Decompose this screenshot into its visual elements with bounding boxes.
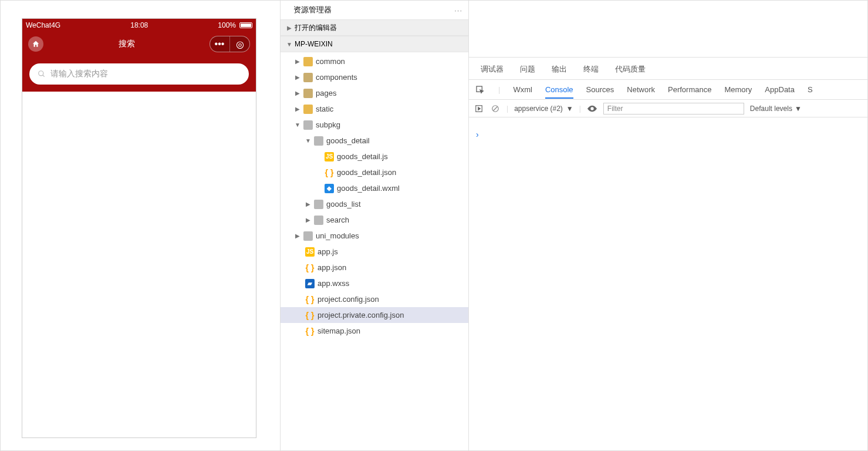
project-root-label: MP-WEIXIN bbox=[295, 40, 333, 48]
devtools-tabs-cn: 调试器问题输出终端代码质量 bbox=[469, 58, 867, 80]
file-label: goods_detail bbox=[326, 136, 370, 145]
file-label: project.config.json bbox=[318, 295, 379, 304]
project-root-section[interactable]: ▼ MP-WEIXIN bbox=[281, 36, 468, 52]
file-project-config-json[interactable]: { }project.config.json bbox=[281, 291, 468, 307]
chevron-down-icon: ▼ bbox=[566, 105, 573, 113]
folder-goods_list[interactable]: ▶goods_list bbox=[281, 196, 468, 212]
folder-icon bbox=[303, 105, 313, 114]
tab-代码质量[interactable]: 代码质量 bbox=[615, 64, 646, 79]
levels-label: Default levels bbox=[750, 105, 792, 113]
devtools-panel: 调试器问题输出终端代码质量 | WxmlConsoleSourcesNetwor… bbox=[469, 57, 867, 450]
file-label: components bbox=[316, 73, 357, 82]
chevron-down-icon: ▼ bbox=[286, 41, 292, 48]
file-label: search bbox=[326, 216, 349, 224]
console-toolbar: | appservice (#2) ▼ | Filter Default lev… bbox=[469, 100, 867, 117]
folder-icon bbox=[303, 231, 313, 241]
explorer-title: 资源管理器 bbox=[293, 5, 332, 15]
folder-subpkg[interactable]: ▼subpkg bbox=[281, 117, 468, 133]
tab-wxml[interactable]: Wxml bbox=[513, 85, 532, 94]
chevron-right-icon: ▶ bbox=[305, 217, 311, 223]
file-project-private-config-json[interactable]: { }project.private.config.json bbox=[281, 307, 468, 323]
file-sitemap-json[interactable]: { }sitemap.json bbox=[281, 323, 468, 339]
tab-sources[interactable]: Sources bbox=[586, 85, 614, 94]
log-levels-selector[interactable]: Default levels ▼ bbox=[750, 105, 802, 113]
svg-line-1 bbox=[43, 75, 45, 77]
search-placeholder: 请输入搜索内容 bbox=[50, 69, 108, 79]
capsule-close-icon[interactable]: ◎ bbox=[231, 36, 249, 52]
chevron-down-icon: ▼ bbox=[295, 122, 300, 128]
battery-icon bbox=[239, 22, 252, 28]
capsule-button: ••• ◎ bbox=[210, 36, 250, 52]
folder-goods_detail[interactable]: ▼goods_detail bbox=[281, 133, 468, 149]
folder-icon bbox=[303, 57, 313, 66]
chevron-down-icon: ▼ bbox=[305, 137, 311, 144]
filter-input[interactable]: Filter bbox=[603, 103, 744, 115]
file-label: goods_detail.js bbox=[337, 152, 388, 161]
tab-memory[interactable]: Memory bbox=[724, 85, 752, 94]
page-title: 搜索 bbox=[43, 39, 210, 49]
folder-uni_modules[interactable]: ▶uni_modules bbox=[281, 228, 468, 244]
tab-console[interactable]: Console bbox=[545, 85, 573, 99]
tab-问题[interactable]: 问题 bbox=[520, 64, 535, 79]
eye-icon[interactable] bbox=[587, 103, 597, 114]
explorer-header: 资源管理器 ··· bbox=[281, 1, 468, 19]
tab-performance[interactable]: Performance bbox=[668, 85, 711, 94]
file-label: uni_modules bbox=[316, 231, 359, 240]
folder-icon bbox=[303, 73, 313, 82]
carrier-label: WeChat4G bbox=[26, 21, 60, 29]
context-label: appservice (#2) bbox=[514, 105, 563, 113]
tab-network[interactable]: Network bbox=[627, 85, 655, 94]
clear-icon[interactable] bbox=[490, 103, 501, 114]
console-output[interactable]: › bbox=[469, 117, 867, 450]
chevron-right-icon: ▶ bbox=[295, 74, 300, 80]
capsule-menu-icon[interactable]: ••• bbox=[210, 36, 229, 52]
inspect-icon[interactable] bbox=[475, 85, 485, 95]
file-app-wxss[interactable]: ▰app.wxss bbox=[281, 275, 468, 291]
file-goods_detail-wxml[interactable]: ◆goods_detail.wxml bbox=[281, 180, 468, 196]
tab-s[interactable]: S bbox=[808, 85, 813, 94]
explorer-more-icon[interactable]: ··· bbox=[454, 6, 462, 15]
file-label: goods_detail.wxml bbox=[337, 184, 400, 193]
tab-终端[interactable]: 终端 bbox=[583, 64, 599, 79]
chevron-right-icon: ▶ bbox=[286, 25, 292, 31]
tab-调试器[interactable]: 调试器 bbox=[481, 64, 504, 79]
file-label: app.json bbox=[318, 263, 346, 272]
file-label: subpkg bbox=[316, 120, 340, 129]
file-app-json[interactable]: { }app.json bbox=[281, 260, 468, 275]
clock-label: 18:08 bbox=[64, 21, 214, 29]
folder-components[interactable]: ▶components bbox=[281, 69, 468, 85]
search-icon bbox=[38, 70, 46, 78]
chevron-right-icon: ▶ bbox=[295, 58, 300, 65]
home-icon[interactable] bbox=[28, 36, 43, 52]
folder-static[interactable]: ▶static bbox=[281, 101, 468, 117]
file-goods_detail-js[interactable]: JSgoods_detail.js bbox=[281, 149, 468, 164]
folder-icon bbox=[314, 136, 323, 146]
tab-输出[interactable]: 输出 bbox=[552, 64, 567, 79]
search-input[interactable]: 请输入搜索内容 bbox=[29, 63, 249, 85]
search-bar: 请输入搜索内容 bbox=[22, 56, 256, 92]
battery-label: 100% bbox=[218, 21, 236, 29]
play-icon[interactable] bbox=[474, 103, 484, 114]
simulator-panel: WeChat4G 18:08 100% 搜索 ••• ◎ 请输 bbox=[1, 1, 280, 450]
file-app-js[interactable]: JSapp.js bbox=[281, 244, 468, 260]
file-label: pages bbox=[316, 89, 336, 97]
file-label: static bbox=[316, 105, 333, 113]
chevron-right-icon: ▶ bbox=[295, 106, 300, 112]
open-editors-label: 打开的编辑器 bbox=[295, 23, 337, 33]
file-tree: ▶common▶components▶pages▶static▼subpkg▼g… bbox=[281, 52, 468, 450]
file-explorer: 资源管理器 ··· ▶ 打开的编辑器 ▼ MP-WEIXIN ▶common▶c… bbox=[280, 1, 469, 450]
folder-common[interactable]: ▶common bbox=[281, 53, 468, 69]
file-goods_detail-json[interactable]: { }goods_detail.json bbox=[281, 164, 468, 180]
folder-pages[interactable]: ▶pages bbox=[281, 85, 468, 101]
chevron-right-icon: ▶ bbox=[295, 233, 300, 239]
context-selector[interactable]: appservice (#2) ▼ bbox=[514, 105, 573, 113]
devtools-tabs-en: | WxmlConsoleSourcesNetworkPerformanceMe… bbox=[469, 80, 867, 100]
open-editors-section[interactable]: ▶ 打开的编辑器 bbox=[281, 19, 468, 36]
folder-icon bbox=[303, 89, 313, 98]
status-bar: WeChat4G 18:08 100% bbox=[22, 19, 256, 32]
folder-search[interactable]: ▶search bbox=[281, 212, 468, 228]
tab-appdata[interactable]: AppData bbox=[765, 85, 795, 94]
folder-icon bbox=[303, 120, 313, 130]
file-label: app.js bbox=[318, 247, 338, 256]
svg-line-5 bbox=[494, 106, 498, 110]
